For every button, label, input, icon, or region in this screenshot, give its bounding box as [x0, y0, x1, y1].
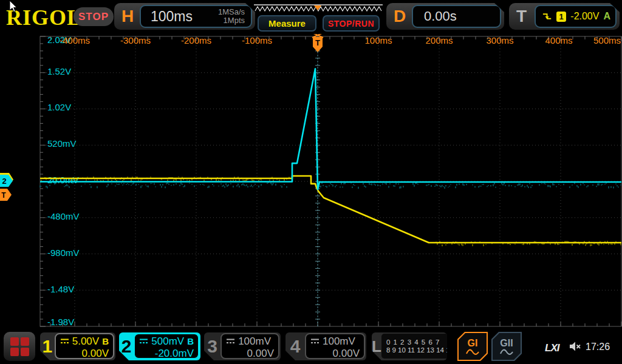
sine-wave-icon — [466, 348, 479, 355]
channel-2-tab-selected[interactable]: 2 500mV B -20.0mV — [119, 332, 200, 360]
acquisition-info: 1MSa/s 1Mpts — [218, 8, 245, 25]
channel-2-readout: 500mV B -20.0mV — [134, 333, 199, 359]
volt-label: 20.0mV — [47, 175, 79, 185]
bottom-status-bar: 1 5.00V B 0.00V 2 500mV B — [0, 328, 622, 364]
delay-label: D — [394, 7, 406, 26]
sine-wave-icon — [500, 348, 513, 355]
volt-label: -1.98V — [47, 317, 74, 327]
falling-edge-icon — [542, 11, 552, 22]
channel-3-tab[interactable]: 3 100mV 0.00V — [204, 332, 281, 360]
channel-1-tab[interactable]: 1 5.00V B 0.00V — [40, 332, 115, 360]
timebase-readout: 100ms 1MSa/s 1Mpts — [140, 5, 252, 28]
main-menu-button[interactable] — [4, 332, 35, 361]
channel-3-readout: 100mV 0.00V — [220, 333, 279, 359]
channel-1-scale: 5.00V — [72, 335, 99, 348]
trigger-level-value: -2.00V — [570, 11, 599, 22]
channel-2-bw-limit: B — [187, 335, 194, 348]
generator-1-label: GI — [468, 338, 478, 348]
lxi-logo: LXI — [545, 342, 559, 354]
dc-coupling-icon — [60, 338, 69, 345]
top-status-bar: RIGOL STOP H 100ms 1MSa/s 1Mpts Measure … — [0, 0, 622, 34]
mouse-cursor — [4, 0, 19, 15]
stop-run-button[interactable]: STOP/RUN — [323, 15, 380, 32]
dc-coupling-icon — [226, 338, 235, 345]
generator-2-label: GII — [500, 338, 513, 348]
channel-4-readout: 100mV 0.00V — [305, 333, 365, 359]
channel-4-offset: 0.00V — [310, 348, 360, 359]
digital-channels-row1: 0 1 2 3 4 5 6 7 — [386, 339, 454, 346]
horizontal-menu-box[interactable]: H 100ms 1MSa/s 1Mpts — [114, 3, 255, 30]
dc-coupling-icon — [139, 338, 148, 345]
channel-1-number: 1 — [40, 332, 55, 360]
channel-2-marker-label: 2 — [2, 177, 6, 186]
generator-2-button[interactable]: GII — [491, 332, 522, 361]
waveform-position-indicator[interactable] — [254, 4, 383, 15]
time-label: 400ms — [545, 35, 572, 46]
trigger-sweep-mode: A — [603, 11, 610, 22]
digital-channels-readout: 0 1 2 3 4 5 6 7 8 9 10 11 12 13 14 15 — [381, 334, 454, 359]
channel-4-tab[interactable]: 4 100mV 0.00V — [285, 332, 366, 360]
menu-grid-icon — [10, 337, 29, 356]
channel-3-scale: 100mV — [238, 335, 271, 348]
measure-button[interactable]: Measure — [258, 15, 316, 32]
digital-channels-row2: 8 9 10 11 12 13 14 15 — [386, 346, 454, 354]
channel-2-number: 2 — [119, 332, 134, 360]
delay-menu-box[interactable]: D 0.00s — [386, 3, 504, 30]
memory-depth: 1Mpts — [224, 16, 245, 25]
waveform-ch1[interactable] — [40, 176, 621, 243]
graticule-display[interactable]: 2.02V1.52V1.02V520mV20.0mV-480mV-980mV-1… — [0, 0, 622, 364]
volt-label: 1.02V — [47, 102, 71, 112]
sound-muted-icon[interactable] — [569, 340, 582, 352]
run-state-badge: STOP — [73, 7, 114, 26]
horizontal-label: H — [121, 7, 134, 26]
trigger-readout: 1 -2.00V A — [535, 5, 617, 28]
sample-rate: 1MSa/s — [218, 7, 245, 16]
trigger-position-marker-label: T — [315, 38, 320, 47]
dc-coupling-icon — [310, 338, 320, 345]
generator-1-button[interactable]: GI — [457, 332, 488, 361]
channel-4-number: 4 — [285, 332, 305, 360]
volt-label: 520mV — [47, 138, 77, 149]
channel-2-scale: 500mV — [151, 335, 184, 348]
timebase-value: 100ms — [151, 8, 193, 25]
channel-1-offset: 0.00V — [60, 348, 109, 359]
volt-label: 1.52V — [47, 66, 71, 76]
logic-analyzer-tab[interactable]: L 0 1 2 3 4 5 6 7 8 9 10 11 12 13 14 15 — [372, 332, 447, 360]
channel-2-offset: -20.0mV — [139, 348, 194, 359]
delay-value: 0.00s — [424, 8, 457, 24]
trigger-level-marker-label: T — [1, 191, 6, 200]
clock: 17:26 — [586, 342, 610, 352]
trigger-source-badge: 1 — [556, 12, 566, 22]
logic-analyzer-label: L — [372, 332, 381, 360]
channel-4-scale: 100mV — [323, 335, 355, 348]
volt-label: -1.48V — [47, 284, 74, 294]
trigger-label: T — [516, 7, 527, 26]
channel-3-number: 3 — [204, 332, 220, 360]
channel-1-bw-limit: B — [102, 335, 109, 348]
waveform-ch2[interactable] — [40, 69, 621, 189]
channel-1-readout: 5.00V B 0.00V — [55, 333, 114, 359]
delay-readout: 0.00s — [412, 5, 501, 28]
channel-3-offset: 0.00V — [226, 348, 274, 359]
trigger-menu-box[interactable]: T 1 -2.00V A — [509, 3, 620, 30]
time-label: 500ms — [593, 35, 621, 46]
